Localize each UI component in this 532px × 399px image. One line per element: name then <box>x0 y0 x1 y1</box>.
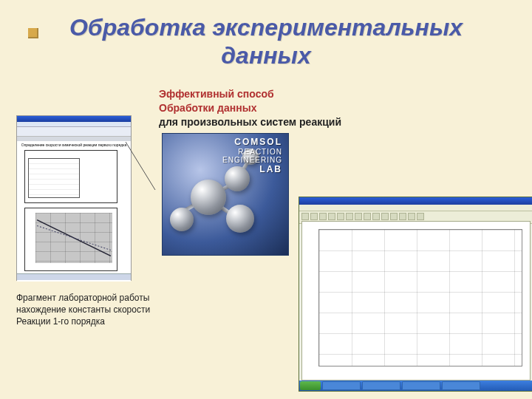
tool-icon <box>381 213 389 220</box>
tool-icon <box>337 213 344 220</box>
excel-menubar <box>17 122 131 127</box>
tool-icon <box>310 213 318 220</box>
excel-toolbar <box>17 127 131 137</box>
tool-icon <box>417 213 424 220</box>
tool-icon <box>372 213 380 220</box>
subtitle-line3: для произвольных систем реакций <box>159 115 341 129</box>
bullet-decor <box>28 28 38 38</box>
excel-table-cells <box>28 158 80 198</box>
plot-app-screenshot <box>299 197 532 392</box>
slide-title: Обработка экспериментальных данных <box>0 0 532 70</box>
plotapp-titlebar <box>299 197 532 205</box>
plotapp-menubar <box>299 205 532 211</box>
taskbar-item <box>322 381 361 390</box>
plotapp-grid <box>318 229 522 366</box>
caption-line3: Реакции 1-го порядка <box>16 316 150 327</box>
start-button <box>300 381 321 390</box>
comsol-image: COMSOL REACTION ENGINEERING LAB <box>162 133 289 256</box>
excel-line-chart <box>24 208 117 271</box>
subtitle-line2: Обработки данных <box>159 101 341 115</box>
title-line2: данных <box>221 42 310 69</box>
tool-icon <box>390 213 398 220</box>
excel-titlebar <box>17 116 131 122</box>
caption-line2: нахождение константы скорости <box>16 304 150 316</box>
caption-block: Фрагмент лабораторной работы нахождение … <box>16 292 150 328</box>
subtitle-line1: Эффективный способ <box>159 87 341 101</box>
caption-line1: Фрагмент лабораторной работы <box>16 292 150 304</box>
excel-chart-title: Определение скорости химической реакции … <box>17 141 131 149</box>
tool-icon <box>364 213 371 220</box>
taskbar-item <box>442 381 480 390</box>
plotapp-canvas <box>301 221 531 381</box>
tool-icon <box>399 213 406 220</box>
taskbar-item <box>362 381 400 390</box>
excel-data-table <box>24 150 117 203</box>
excel-plot-lines <box>35 213 112 263</box>
excel-screenshot: Определение скорости химической реакции … <box>16 115 132 281</box>
tool-icon <box>301 213 309 220</box>
tool-icon <box>346 213 353 220</box>
subtitle-block: Эффективный способ Обработки данных для … <box>159 87 341 129</box>
excel-statusbar <box>17 273 131 280</box>
comsol-l2: REACTION <box>222 148 282 157</box>
sphere-icon <box>191 180 226 215</box>
tool-icon <box>328 213 335 220</box>
tool-icon <box>408 213 415 220</box>
taskbar-item <box>402 381 440 390</box>
excel-sheet-area: Определение скорости химической реакции … <box>17 141 131 282</box>
comsol-l1: COMSOL <box>222 137 282 148</box>
comsol-label: COMSOL REACTION ENGINEERING LAB <box>222 137 282 175</box>
tool-icon <box>319 213 327 220</box>
windows-taskbar <box>299 381 532 391</box>
sphere-icon <box>170 208 194 231</box>
sphere-icon <box>226 205 254 233</box>
tool-icon <box>355 213 362 220</box>
comsol-l4: LAB <box>222 165 282 175</box>
title-line1: Обработка экспериментальных <box>69 14 463 41</box>
